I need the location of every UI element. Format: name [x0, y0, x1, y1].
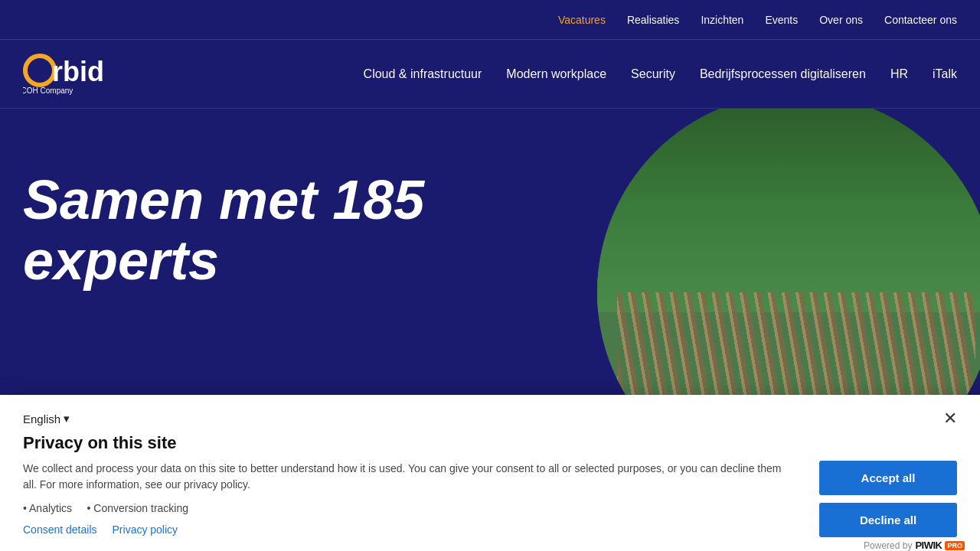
svg-text:rbid: rbid [52, 56, 104, 87]
topbar-realisaties[interactable]: Realisaties [627, 14, 679, 26]
hero-headline-line1: Samen met 185 [23, 170, 424, 230]
svg-text:A RICOH Company: A RICOH Company [23, 86, 73, 95]
privacy-policy-link[interactable]: Privacy policy [113, 523, 178, 536]
topbar-inzichten[interactable]: Inzichten [701, 14, 743, 26]
cookie-bullet-conversion: • Conversion tracking [87, 502, 189, 514]
powered-by-label: Powered by [864, 540, 912, 551]
topbar-events[interactable]: Events [765, 14, 798, 26]
topbar-over-ons[interactable]: Over ons [819, 14, 863, 26]
cookie-bullets: • Analytics • Conversion tracking [23, 502, 796, 514]
logo-area[interactable]: rbid A RICOH Company [23, 49, 165, 99]
cookie-top-row: English ▾ ✕ [23, 410, 957, 427]
nav-cloud[interactable]: Cloud & infrastructuur [364, 67, 482, 81]
consent-details-link[interactable]: Consent details [23, 523, 97, 536]
piwik-pro-badge: PRO [945, 541, 965, 550]
hero-headline-line2: experts [23, 230, 424, 291]
cookie-title: Privacy on this site [23, 433, 957, 453]
decline-all-button[interactable]: Decline all [819, 503, 957, 537]
cookie-body: We collect and process your data on this… [23, 461, 957, 537]
nav-hr[interactable]: HR [890, 67, 908, 81]
language-label: English [23, 412, 60, 425]
nav-modern-workplace[interactable]: Modern workplace [506, 67, 606, 81]
orbid-logo: rbid A RICOH Company [23, 49, 165, 99]
svg-point-0 [25, 56, 54, 85]
main-nav: rbid A RICOH Company Cloud & infrastruct… [0, 40, 980, 109]
top-bar: Vacatures Realisaties Inzichten Events O… [0, 0, 980, 40]
cookie-description: We collect and process your data on this… [23, 461, 796, 493]
language-selector[interactable]: English ▾ [23, 412, 70, 425]
cookie-buttons: Accept all Decline all [819, 461, 957, 537]
cookie-bullet-analytics: • Analytics [23, 502, 72, 514]
nav-bedrijfsprocessen[interactable]: Bedrijfsprocessen digitaliseren [700, 67, 866, 81]
piwik-branding: Powered by PIWIK PRO [864, 540, 965, 551]
cookie-banner: English ▾ ✕ Privacy on this site We coll… [0, 395, 980, 551]
cookie-links: Consent details Privacy policy [23, 523, 796, 536]
hero-text: Samen met 185 experts [23, 170, 424, 291]
nav-links: Cloud & infrastructuur Modern workplace … [364, 67, 957, 81]
cookie-text-area: We collect and process your data on this… [23, 461, 796, 536]
accept-all-button[interactable]: Accept all [819, 461, 957, 495]
piwik-logo: PIWIK [915, 540, 942, 551]
topbar-contacteer-ons[interactable]: Contacteer ons [884, 14, 957, 26]
chevron-down-icon: ▾ [64, 412, 70, 425]
close-button[interactable]: ✕ [943, 410, 957, 427]
nav-security[interactable]: Security [631, 67, 675, 81]
nav-italk[interactable]: iTalk [933, 67, 957, 81]
topbar-vacatures[interactable]: Vacatures [558, 14, 606, 26]
